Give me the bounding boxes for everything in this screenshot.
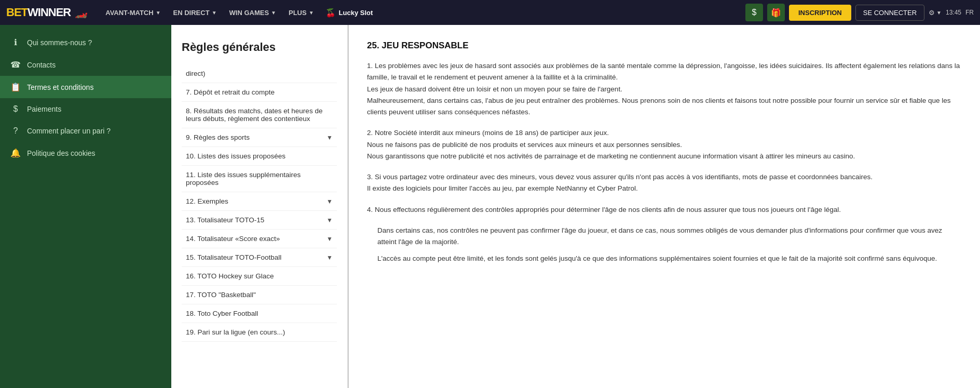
toc-chevron-8: ▼ xyxy=(326,235,333,243)
win-games-arrow: ▼ xyxy=(271,10,276,16)
nav-win-games[interactable]: WIN GAMES ▼ xyxy=(224,6,281,20)
toc-title: Règles générales xyxy=(182,41,337,54)
toc-item-2[interactable]: 8. Résultats des matchs, dates et heures… xyxy=(182,102,337,128)
toc-item-13[interactable]: 19. Pari sur la ligue (en cours...) xyxy=(182,323,337,342)
nav-right: $ 🎁 INSCRIPTION SE CONNECTER ⚙ ▼ 13:45 F… xyxy=(745,4,974,21)
nav-items: AVANT-MATCH ▼ EN DIRECT ▼ WIN GAMES ▼ PL… xyxy=(100,6,741,20)
gift-button[interactable]: 🎁 xyxy=(767,4,785,21)
question-icon: ? xyxy=(10,126,21,136)
toc-item-12[interactable]: 18. Toto Cyber Football xyxy=(182,304,337,323)
sidebar-label-about: Qui sommes-nous ? xyxy=(27,38,92,47)
main-content-area: 25. JEU RESPONSABLE 1. Les problèmes ave… xyxy=(349,25,980,388)
toc-panel: Règles générales direct) 7. Dépôt et ret… xyxy=(171,25,348,388)
section-25-title: 25. JEU RESPONSABLE xyxy=(367,41,962,51)
sidebar-item-how-to-bet[interactable]: ? Comment placer un pari ? xyxy=(0,120,171,142)
toc-item-7[interactable]: 13. Totalisateur TOTO-15 ▼ xyxy=(182,211,337,230)
sidebar-label-terms: Termes et conditions xyxy=(27,83,93,91)
paragraph-4b: L'accès au compte peut être limité, et l… xyxy=(367,253,962,264)
paragraph-3: 3. Si vous partagez votre ordinateur ave… xyxy=(367,171,962,195)
language-selector[interactable]: FR xyxy=(965,9,974,16)
sidebar-item-cookies[interactable]: 🔔 Politique des cookies xyxy=(0,142,171,164)
toc-chevron-6: ▼ xyxy=(326,198,333,205)
settings-button[interactable]: ⚙ ▼ xyxy=(929,9,942,17)
dollar-icon: $ xyxy=(10,104,21,114)
toc-item-0[interactable]: direct) xyxy=(182,64,337,83)
paragraph-2: 2. Notre Société interdit aux mineurs (m… xyxy=(367,127,962,162)
gear-icon: ⚙ xyxy=(929,9,935,17)
sidebar-item-contacts[interactable]: ☎ Contacts xyxy=(0,53,171,76)
sidebar-label-how-to-bet: Comment placer un pari ? xyxy=(27,127,111,135)
toc-item-8[interactable]: 14. Totalisateur «Score exact» ▼ xyxy=(182,230,337,248)
top-navigation: BETWINNER 🏎️ AVANT-MATCH ▼ EN DIRECT ▼ W… xyxy=(0,0,980,25)
document-icon: 📋 xyxy=(10,82,21,92)
sidebar-label-payments: Paiements xyxy=(27,105,61,113)
lucky-slot[interactable]: 🍒 Lucky Slot xyxy=(325,8,373,18)
sidebar-label-cookies: Politique des cookies xyxy=(27,149,96,157)
sidebar-item-payments[interactable]: $ Paiements xyxy=(0,98,171,120)
toc-chevron-7: ▼ xyxy=(326,217,333,224)
main-layout: ℹ Qui sommes-nous ? ☎ Contacts 📋 Termes … xyxy=(0,25,980,388)
nav-en-direct[interactable]: EN DIRECT ▼ xyxy=(168,6,222,20)
connect-button[interactable]: SE CONNECTER xyxy=(855,5,924,21)
time-display: 13:45 xyxy=(946,9,961,16)
bell-icon: 🔔 xyxy=(10,148,21,158)
logo-text: BETWINNER xyxy=(6,6,71,19)
toc-item-5[interactable]: 11. Liste des issues supplémentaires pro… xyxy=(182,166,337,192)
sidebar-item-about[interactable]: ℹ Qui sommes-nous ? xyxy=(0,31,171,53)
toc-item-9[interactable]: 15. Totalisateur TOTO-Football ▼ xyxy=(182,248,337,267)
avant-match-arrow: ▼ xyxy=(156,10,161,16)
toc-chevron-9: ▼ xyxy=(326,254,333,261)
toc-item-6[interactable]: 12. Exemples ▼ xyxy=(182,192,337,211)
paragraph-4: 4. Nous effectuons régulièrement des con… xyxy=(367,204,962,216)
settings-arrow: ▼ xyxy=(936,10,942,16)
en-direct-arrow: ▼ xyxy=(212,10,217,16)
inscription-button[interactable]: INSCRIPTION xyxy=(789,5,851,21)
toc-item-3[interactable]: 9. Règles des sports ▼ xyxy=(182,128,337,147)
dollar-button[interactable]: $ xyxy=(745,4,763,21)
sidebar-item-terms[interactable]: 📋 Termes et conditions xyxy=(0,76,171,98)
info-icon: ℹ xyxy=(10,37,21,47)
paragraph-1: 1. Les problèmes avec les jeux de hasard… xyxy=(367,60,962,118)
fire-icon: 🏎️ xyxy=(75,6,88,19)
paragraph-4a: Dans certains cas, nos contrôles ne peuv… xyxy=(367,225,962,248)
phone-icon: ☎ xyxy=(10,60,21,70)
rules-page: Règles générales direct) 7. Dépôt et ret… xyxy=(171,25,980,388)
toc-item-10[interactable]: 16. TOTO Hockey sur Glace xyxy=(182,267,337,286)
toc-chevron-3: ▼ xyxy=(326,134,333,141)
logo-area[interactable]: BETWINNER 🏎️ xyxy=(6,6,88,19)
sidebar: ℹ Qui sommes-nous ? ☎ Contacts 📋 Termes … xyxy=(0,25,171,388)
toc-item-11[interactable]: 17. TOTO "Basketball" xyxy=(182,286,337,304)
nav-avant-match[interactable]: AVANT-MATCH ▼ xyxy=(100,6,166,20)
content-area: Règles générales direct) 7. Dépôt et ret… xyxy=(171,25,980,388)
plus-arrow: ▼ xyxy=(309,10,314,16)
toc-item-1[interactable]: 7. Dépôt et retrait du compte xyxy=(182,83,337,102)
toc-item-4[interactable]: 10. Listes des issues proposées xyxy=(182,147,337,166)
sidebar-label-contacts: Contacts xyxy=(27,61,56,69)
cherry-icon: 🍒 xyxy=(325,8,336,18)
nav-plus[interactable]: PLUS ▼ xyxy=(283,6,319,20)
